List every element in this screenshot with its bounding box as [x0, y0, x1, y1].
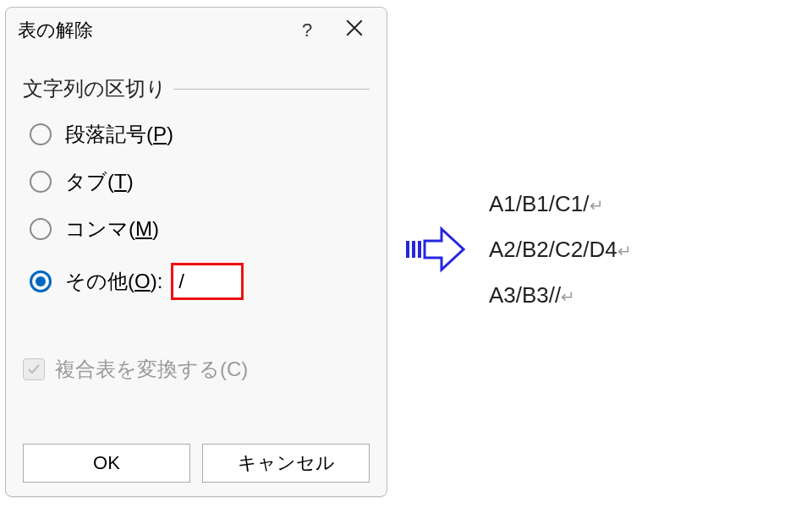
cancel-button[interactable]: キャンセル: [202, 444, 370, 483]
group-label-text: 文字列の区切り: [23, 75, 167, 102]
radio-tab-label: タブ(T): [65, 168, 134, 195]
checkbox-label: 複合表を変換する(C): [55, 356, 248, 383]
radio-icon: [30, 218, 52, 240]
other-separator-input[interactable]: /: [171, 263, 244, 300]
radio-comma-label: コンマ(M): [65, 216, 159, 243]
radio-icon: [30, 171, 52, 193]
help-button[interactable]: ?: [283, 19, 331, 41]
result-line: A1/B1/C1/↵: [489, 182, 632, 227]
dialog-title: 表の解除: [18, 18, 283, 43]
svg-rect-1: [412, 241, 415, 258]
pilcrow-icon: ↵: [561, 287, 575, 306]
convert-table-dialog: 表の解除 ? 文字列の区切り 段落記号(P) タブ(T) コンマ(M) その他(…: [5, 7, 387, 497]
arrow-right-icon: [406, 224, 465, 278]
radio-paragraph[interactable]: 段落記号(P): [30, 121, 363, 148]
result-line: A2/B2/C2/D4↵: [489, 227, 632, 273]
radio-other[interactable]: その他(O): /: [30, 263, 363, 300]
radio-tab[interactable]: タブ(T): [30, 168, 363, 195]
svg-rect-0: [406, 241, 409, 258]
radio-comma[interactable]: コンマ(M): [30, 216, 363, 243]
pilcrow-icon: ↵: [590, 196, 604, 215]
radio-other-label: その他(O):: [65, 268, 162, 295]
result-line: A3/B3//↵: [489, 273, 632, 319]
ok-button[interactable]: OK: [23, 444, 190, 483]
close-button[interactable]: [331, 19, 378, 41]
nested-table-checkbox: 複合表を変換する(C): [6, 356, 387, 383]
group-divider: [173, 89, 370, 90]
button-row: OK キャンセル: [6, 444, 387, 483]
group-label: 文字列の区切り: [23, 75, 370, 102]
close-icon: [346, 19, 363, 36]
separator-group: 文字列の区切り 段落記号(P) タブ(T) コンマ(M) その他(O): /: [6, 53, 387, 310]
radio-paragraph-label: 段落記号(P): [65, 121, 173, 148]
pilcrow-icon: ↵: [617, 242, 632, 260]
result-text: A1/B1/C1/↵ A2/B2/C2/D4↵ A3/B3//↵: [489, 182, 632, 319]
titlebar: 表の解除 ?: [6, 8, 387, 53]
checkbox-icon: [23, 358, 45, 380]
radio-icon: [30, 123, 52, 145]
svg-rect-2: [418, 241, 421, 258]
radio-icon-selected: [30, 270, 52, 292]
